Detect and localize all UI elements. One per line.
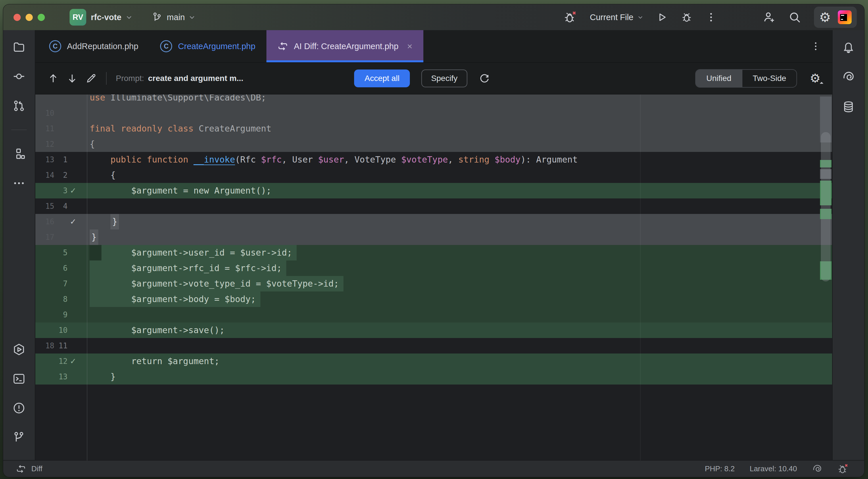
- accept-all-button[interactable]: Accept all: [354, 69, 409, 87]
- structure-icon[interactable]: [12, 147, 26, 161]
- accepted-check-icon[interactable]: ✓: [67, 214, 86, 230]
- settings-group: ⚙: [814, 7, 857, 28]
- project-avatar: RV: [69, 9, 86, 26]
- statusbar-mode-label: Diff: [31, 464, 42, 473]
- ai-assistant-icon[interactable]: [841, 70, 856, 84]
- diff-editor[interactable]: use Illuminate\Support\Facades\DB;1011fi…: [35, 95, 832, 460]
- toolbar-divider: [106, 72, 106, 85]
- prompt-display[interactable]: Prompt: create and argument m...: [116, 74, 243, 83]
- git-branch-icon: [151, 11, 163, 23]
- code-line[interactable]: 131 public function __invoke(Rfc $rfc, U…: [35, 152, 832, 167]
- run-configuration-select[interactable]: Current File: [590, 13, 643, 22]
- ide-window: RV rfc-vote main Current File: [3, 4, 865, 477]
- code-line[interactable]: 5 $argument->user_id = $user->id;: [35, 245, 832, 261]
- laravel-version[interactable]: Laravel: 10.40: [750, 464, 797, 473]
- tab-label: AI Diff: CreateArgument.php: [294, 42, 399, 51]
- code-line[interactable]: 13 }: [35, 369, 832, 384]
- title-bar: RV rfc-vote main Current File: [3, 4, 864, 30]
- window-controls: [13, 14, 45, 21]
- diff-icon: [16, 464, 26, 474]
- statusbar-mode-widget[interactable]: Diff: [16, 464, 42, 474]
- minimize-window-button[interactable]: [26, 14, 33, 21]
- desktop: RV rfc-vote main Current File: [0, 0, 868, 479]
- accepted-check-icon[interactable]: ✓: [67, 183, 86, 199]
- jetbrains-ai-logo-icon[interactable]: [838, 10, 851, 24]
- editor-scrollbar[interactable]: [821, 132, 831, 281]
- more-tool-windows-icon[interactable]: [12, 176, 26, 191]
- code-line[interactable]: 154: [35, 199, 832, 214]
- code-line[interactable]: 11final readonly class CreateArgument: [35, 121, 832, 136]
- tab-options-icon[interactable]: [810, 41, 821, 52]
- active-tab-underline: [267, 60, 423, 62]
- project-name: rfc-vote: [91, 13, 121, 22]
- ai-assistant-status-icon[interactable]: [812, 464, 822, 474]
- two-side-mode-button[interactable]: Two-Side: [742, 70, 797, 87]
- pull-requests-icon[interactable]: [12, 99, 26, 113]
- debug-muted-icon[interactable]: [563, 10, 577, 24]
- terminal-icon[interactable]: [12, 372, 26, 386]
- php-class-icon: C: [49, 40, 61, 52]
- code-line[interactable]: use Illuminate\Support\Facades\DB;: [35, 95, 832, 105]
- code-line[interactable]: 10 $argument->save();: [35, 322, 832, 338]
- tab-createargument[interactable]: C CreateArgument.php: [149, 30, 266, 62]
- status-bar: Diff PHP: 8.2 Laravel: 10.40: [3, 460, 864, 477]
- tab-label: AddReputation.php: [67, 42, 138, 51]
- php-version[interactable]: PHP: 8.2: [705, 464, 735, 473]
- tab-bar: C AddReputation.php C CreateArgument.php…: [35, 30, 832, 62]
- code-line[interactable]: 1811: [35, 338, 832, 353]
- code-line[interactable]: 8 $argument->body = $body;: [35, 292, 832, 307]
- close-window-button[interactable]: [13, 14, 21, 21]
- project-folder-icon[interactable]: [12, 40, 26, 54]
- code-line[interactable]: 12✓ return $argument;: [35, 353, 832, 369]
- strip-divider: [11, 130, 27, 130]
- fullscreen-window-button[interactable]: [38, 14, 45, 21]
- notifications-bell-icon[interactable]: [841, 40, 856, 54]
- specify-button[interactable]: Specify: [421, 69, 467, 87]
- unified-mode-button[interactable]: Unified: [696, 70, 742, 87]
- add-user-icon[interactable]: [762, 11, 775, 24]
- code-lines: use Illuminate\Support\Facades\DB;1011fi…: [35, 95, 832, 384]
- insertion-marker: [89, 245, 101, 261]
- accepted-check-icon[interactable]: ✓: [67, 353, 86, 369]
- gear-icon[interactable]: ⚙: [819, 11, 831, 24]
- code-line[interactable]: 17}: [35, 230, 832, 245]
- code-line[interactable]: 9: [35, 307, 832, 322]
- diff-icon: [277, 41, 288, 52]
- regenerate-icon[interactable]: [478, 72, 490, 84]
- tab-ai-diff[interactable]: AI Diff: CreateArgument.php ×: [267, 30, 423, 62]
- left-tool-strip: [3, 30, 35, 460]
- edit-prompt-icon[interactable]: [85, 73, 97, 84]
- code-line[interactable]: 6 $argument->rfc_id = $rfc->id;: [35, 261, 832, 276]
- project-widget[interactable]: RV rfc-vote: [69, 9, 132, 26]
- search-icon[interactable]: [788, 11, 801, 24]
- run-icon[interactable]: [656, 11, 668, 23]
- services-icon[interactable]: [12, 342, 26, 357]
- debug-muted-status-icon[interactable]: [837, 463, 849, 475]
- code-line[interactable]: 3✓ $argument = new Argument();: [35, 183, 832, 199]
- debug-icon[interactable]: [681, 11, 693, 23]
- problems-icon[interactable]: [12, 401, 26, 415]
- branch-widget[interactable]: main: [151, 11, 195, 23]
- diff-settings-gear-icon[interactable]: ⚙: [810, 72, 820, 85]
- ai-diff-toolbar: Prompt: create and argument m... Accept …: [35, 62, 832, 95]
- tab-addreputation[interactable]: C AddReputation.php: [38, 30, 149, 62]
- code-line[interactable]: 142 {: [35, 167, 832, 183]
- commit-icon[interactable]: [12, 69, 26, 83]
- more-actions-icon[interactable]: [705, 11, 717, 23]
- branch-name: main: [167, 13, 185, 22]
- php-class-icon: C: [160, 40, 172, 52]
- previous-change-icon[interactable]: [48, 73, 59, 84]
- diff-view-mode-switch: Unified Two-Side: [695, 69, 797, 88]
- right-tool-strip: [832, 30, 864, 460]
- tab-label: CreateArgument.php: [178, 42, 255, 51]
- code-line[interactable]: 12{: [35, 136, 832, 152]
- code-line[interactable]: 7 $argument->vote_type_id = $voteType->i…: [35, 276, 832, 292]
- close-icon[interactable]: ×: [407, 42, 412, 51]
- code-line[interactable]: 10: [35, 105, 832, 121]
- chevron-down-icon: [126, 15, 132, 20]
- next-change-icon[interactable]: [66, 73, 78, 84]
- code-line[interactable]: 16✓ }: [35, 214, 832, 230]
- version-control-icon[interactable]: [12, 430, 26, 445]
- database-icon[interactable]: [841, 100, 856, 114]
- chevron-down-icon: [189, 15, 195, 20]
